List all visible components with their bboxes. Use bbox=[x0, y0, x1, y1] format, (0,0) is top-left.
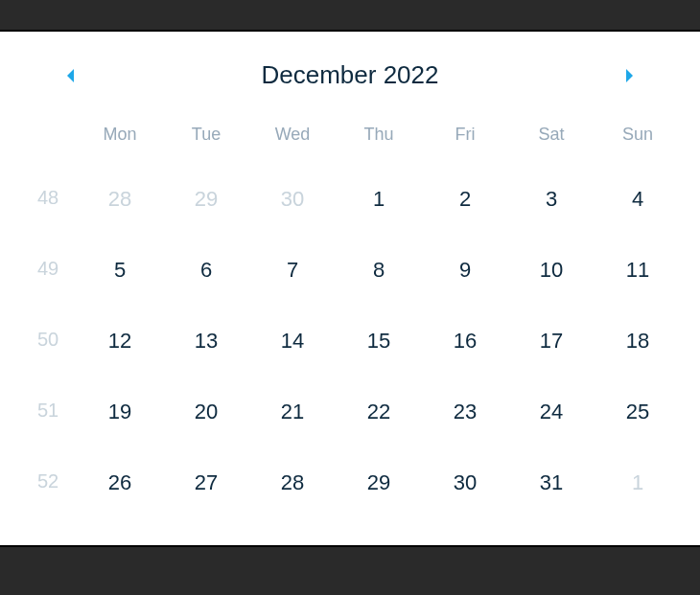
day-cell[interactable]: 29 bbox=[336, 447, 422, 518]
week-number-header bbox=[19, 111, 77, 164]
day-cell[interactable]: 7 bbox=[249, 235, 336, 306]
week-number: 52 bbox=[19, 447, 77, 518]
week-number: 49 bbox=[19, 235, 77, 306]
calendar-grid: Mon Tue Wed Thu Fri Sat Sun 482829301234… bbox=[19, 111, 681, 518]
svg-marker-1 bbox=[626, 69, 633, 82]
day-cell[interactable]: 4 bbox=[595, 164, 681, 235]
day-cell[interactable]: 15 bbox=[336, 306, 422, 377]
week-number: 51 bbox=[19, 377, 77, 447]
day-cell[interactable]: 1 bbox=[595, 447, 681, 518]
day-cell[interactable]: 24 bbox=[508, 377, 595, 447]
day-cell[interactable]: 23 bbox=[422, 377, 508, 447]
next-month-button[interactable] bbox=[616, 62, 642, 89]
day-cell[interactable]: 25 bbox=[595, 377, 681, 447]
day-cell[interactable]: 9 bbox=[422, 235, 508, 306]
day-cell[interactable]: 16 bbox=[422, 306, 508, 377]
day-cell[interactable]: 28 bbox=[249, 447, 336, 518]
day-cell[interactable]: 10 bbox=[508, 235, 595, 306]
window-frame-bottom bbox=[0, 547, 700, 595]
weekday-header: Sat bbox=[508, 111, 595, 164]
weekday-header: Wed bbox=[249, 111, 336, 164]
calendar-header: December 2022 bbox=[19, 60, 681, 111]
prev-month-button[interactable] bbox=[58, 62, 84, 89]
day-cell[interactable]: 2 bbox=[422, 164, 508, 235]
day-cell[interactable]: 6 bbox=[163, 235, 249, 306]
day-cell[interactable]: 30 bbox=[249, 164, 336, 235]
week-number: 50 bbox=[19, 306, 77, 377]
day-cell[interactable]: 5 bbox=[77, 235, 163, 306]
day-cell[interactable]: 13 bbox=[163, 306, 249, 377]
day-cell[interactable]: 27 bbox=[163, 447, 249, 518]
day-cell[interactable]: 31 bbox=[508, 447, 595, 518]
day-cell[interactable]: 26 bbox=[77, 447, 163, 518]
weekday-header: Thu bbox=[336, 111, 422, 164]
month-year-title[interactable]: December 2022 bbox=[84, 60, 616, 90]
day-cell[interactable]: 28 bbox=[77, 164, 163, 235]
weekday-header: Fri bbox=[422, 111, 508, 164]
day-cell[interactable]: 21 bbox=[249, 377, 336, 447]
day-cell[interactable]: 3 bbox=[508, 164, 595, 235]
day-cell[interactable]: 30 bbox=[422, 447, 508, 518]
day-cell[interactable]: 29 bbox=[163, 164, 249, 235]
day-cell[interactable]: 1 bbox=[336, 164, 422, 235]
week-number: 48 bbox=[19, 164, 77, 235]
svg-marker-0 bbox=[67, 69, 74, 82]
day-cell[interactable]: 18 bbox=[595, 306, 681, 377]
chevron-left-icon bbox=[65, 68, 77, 83]
day-cell[interactable]: 8 bbox=[336, 235, 422, 306]
day-cell[interactable]: 22 bbox=[336, 377, 422, 447]
weekday-header: Mon bbox=[77, 111, 163, 164]
day-cell[interactable]: 19 bbox=[77, 377, 163, 447]
weekday-header: Sun bbox=[595, 111, 681, 164]
day-cell[interactable]: 20 bbox=[163, 377, 249, 447]
day-cell[interactable]: 14 bbox=[249, 306, 336, 377]
day-cell[interactable]: 11 bbox=[595, 235, 681, 306]
chevron-right-icon bbox=[623, 68, 635, 83]
calendar-panel: December 2022 Mon Tue Wed Thu Fri Sat Su… bbox=[0, 30, 700, 547]
window-frame-top bbox=[0, 0, 700, 30]
weekday-header: Tue bbox=[163, 111, 249, 164]
day-cell[interactable]: 17 bbox=[508, 306, 595, 377]
day-cell[interactable]: 12 bbox=[77, 306, 163, 377]
